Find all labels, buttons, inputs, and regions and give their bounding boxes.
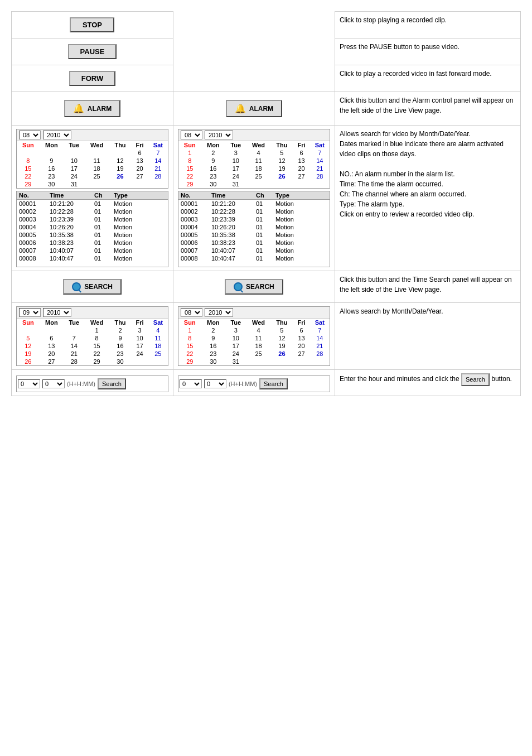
cal-day[interactable]: 25 (85, 172, 109, 180)
cal-day[interactable]: 6 (293, 326, 309, 334)
cal-day[interactable]: 31 (225, 358, 246, 365)
cal-day[interactable]: 8 (17, 157, 40, 165)
cal-day[interactable]: 11 (246, 334, 271, 342)
cal-day[interactable]: 14 (64, 342, 85, 350)
cal-day[interactable]: 6 (40, 334, 64, 342)
cal-day[interactable]: 1 (178, 326, 201, 334)
search-cal-month-right[interactable]: 08 (181, 308, 202, 317)
cal-day[interactable]: 17 (64, 165, 85, 172)
cal-day[interactable]: 21 (64, 350, 85, 358)
search-button-left[interactable]: SEARCH (63, 279, 122, 295)
cal-day[interactable]: 5 (17, 334, 40, 342)
search-cal-month-left[interactable]: 09 (19, 308, 41, 317)
cal-day[interactable]: 13 (293, 157, 309, 165)
alarm-list-item[interactable]: 00006 10:38:23 01 Motion (178, 239, 330, 247)
cal-day[interactable]: 15 (178, 342, 201, 350)
cal-day[interactable]: 23 (201, 172, 225, 180)
cal-day[interactable]: 12 (109, 157, 132, 165)
search-cal-year-left[interactable]: 2010 (43, 308, 71, 317)
cal-day[interactable]: 10 (225, 157, 246, 165)
cal-day[interactable]: 19 (271, 342, 293, 350)
cal-day[interactable]: 16 (40, 165, 64, 172)
cal-day[interactable]: 28 (64, 358, 85, 365)
search-small-btn-left[interactable]: Search (98, 378, 126, 389)
cal-day[interactable]: 9 (201, 334, 225, 342)
cal-day[interactable]: 29 (17, 180, 40, 188)
cal-day[interactable]: 23 (40, 172, 64, 180)
cal-day[interactable]: 24 (225, 172, 246, 180)
forw-button[interactable]: FORW (69, 71, 115, 86)
cal-day[interactable]: 28 (310, 350, 330, 358)
pause-button[interactable]: PAUSE (68, 44, 117, 59)
time-hour-right[interactable]: 0 (180, 379, 202, 388)
alarm-list-item[interactable]: 00004 10:26:20 01 Motion (178, 223, 330, 231)
cal-day[interactable]: 20 (293, 165, 309, 172)
cal-day[interactable]: 16 (201, 342, 225, 350)
cal-day[interactable]: 4 (246, 149, 271, 157)
alarm-cal-year-right[interactable]: 2010 (205, 131, 233, 139)
cal-day[interactable]: 12 (17, 342, 40, 350)
cal-day[interactable]: 5 (271, 326, 293, 334)
cal-day[interactable]: 12 (271, 334, 293, 342)
search-button-right[interactable]: SEARCH (225, 279, 283, 295)
cal-day[interactable]: 28 (310, 172, 330, 180)
cal-day[interactable]: 6 (131, 149, 148, 157)
cal-day[interactable]: 6 (293, 149, 309, 157)
cal-day[interactable]: 27 (293, 350, 309, 358)
cal-day[interactable]: 11 (246, 157, 271, 165)
cal-day[interactable]: 7 (64, 334, 85, 342)
cal-day[interactable]: 3 (225, 326, 246, 334)
cal-day[interactable]: 16 (201, 165, 225, 172)
cal-day[interactable]: 14 (310, 334, 330, 342)
cal-day[interactable]: 3 (225, 149, 246, 157)
cal-day[interactable]: 31 (64, 180, 85, 188)
cal-day[interactable]: 14 (310, 157, 330, 165)
alarm-cal-year-left[interactable]: 2010 (43, 131, 71, 139)
cal-day[interactable]: 17 (225, 165, 246, 172)
cal-day[interactable]: 13 (131, 157, 148, 165)
cal-day[interactable]: 9 (109, 334, 132, 342)
search-cal-year-right[interactable]: 2010 (205, 308, 233, 317)
cal-day[interactable]: 19 (109, 165, 132, 172)
cal-day[interactable]: 27 (131, 172, 148, 180)
cal-day[interactable]: 30 (40, 180, 64, 188)
cal-day[interactable]: 1 (85, 326, 109, 334)
cal-day[interactable]: 19 (17, 350, 40, 358)
alarm-list-item[interactable]: 00002 10:22:28 01 Motion (178, 208, 330, 215)
cal-day[interactable]: 2 (109, 326, 132, 334)
cal-day[interactable]: 10 (225, 334, 246, 342)
cal-day[interactable]: 7 (310, 326, 330, 334)
cal-day[interactable]: 15 (178, 165, 201, 172)
alarm-list-item[interactable]: 00004 10:26:20 01 Motion (17, 223, 168, 231)
cal-day[interactable]: 15 (17, 165, 40, 172)
cal-day[interactable]: 10 (64, 157, 85, 165)
cal-day[interactable]: 26 (17, 358, 40, 365)
cal-day[interactable]: 27 (40, 358, 64, 365)
cal-day[interactable]: 18 (85, 165, 109, 172)
cal-day[interactable]: 14 (148, 157, 168, 165)
search-small-btn-right[interactable]: Search (259, 378, 288, 389)
cal-day[interactable]: 13 (293, 334, 309, 342)
cal-day[interactable]: 22 (85, 350, 109, 358)
cal-day[interactable]: 30 (201, 180, 225, 188)
alarm-list-item[interactable]: 00001 10:21:20 01 Motion (178, 200, 330, 208)
cal-day[interactable]: 2 (201, 326, 225, 334)
cal-day[interactable]: 21 (148, 165, 168, 172)
cal-day[interactable]: 2 (201, 149, 225, 157)
alarm-list-item[interactable]: 00005 10:35:38 01 Motion (178, 231, 330, 239)
alarm-list-rows-right[interactable]: 00001 10:21:20 01 Motion 00002 10:22:28 … (178, 200, 330, 267)
cal-day[interactable]: 8 (85, 334, 109, 342)
alarm-list-item[interactable]: 00001 10:21:20 01 Motion (17, 200, 168, 208)
cal-day[interactable]: 29 (85, 358, 109, 365)
alarm-list-rows-left[interactable]: 00001 10:21:20 01 Motion 00002 10:22:28 … (17, 200, 168, 267)
cal-day[interactable]: 30 (201, 358, 225, 365)
cal-day[interactable]: 9 (40, 157, 64, 165)
cal-day[interactable]: 11 (85, 157, 109, 165)
cal-day[interactable]: 29 (178, 180, 201, 188)
alarm-cal-month-left[interactable]: 08 (19, 131, 41, 139)
cal-day[interactable]: 19 (271, 165, 293, 172)
alarm-list-item[interactable]: 00006 10:38:23 01 Motion (17, 239, 168, 247)
cal-day[interactable]: 22 (178, 172, 201, 180)
alarm-list-item[interactable]: 00003 10:23:39 01 Motion (178, 215, 330, 223)
cal-day[interactable]: 18 (148, 342, 168, 350)
